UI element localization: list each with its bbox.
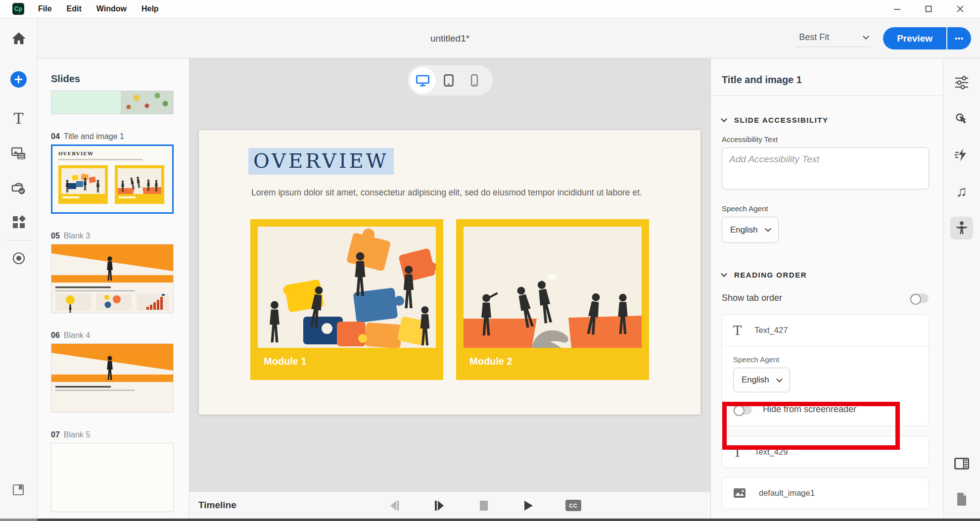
slide-editor-stage[interactable]: OVERVIEW Lorem ipsum dolor sit amet, con… <box>199 130 700 415</box>
show-tab-order-label: Show tab order <box>722 293 782 303</box>
hide-from-screenreader-toggle[interactable] <box>733 405 752 415</box>
notes-page-button[interactable] <box>950 488 973 511</box>
menu-edit[interactable]: Edit <box>67 4 82 13</box>
pointer-interaction-icon <box>954 113 969 128</box>
right-toolbar: ♫ <box>943 58 980 519</box>
text-tool-button[interactable]: T <box>8 107 30 129</box>
slide-item-07: 07 Blank 5 <box>51 430 189 512</box>
item-label: default_image1 <box>759 488 815 498</box>
slide-name: Blank 3 <box>64 232 90 240</box>
mini-module-card <box>115 165 164 204</box>
mini-module-card <box>58 165 108 204</box>
closed-captions-button[interactable]: CC <box>565 500 581 511</box>
slide-item-04: 04 Title and image 1 OVERVIEW <box>51 132 189 214</box>
menu-help[interactable]: Help <box>141 4 159 13</box>
interactive-tool-button[interactable] <box>8 178 30 199</box>
speech-agent-dropdown[interactable]: English <box>722 217 779 243</box>
step-back-button[interactable] <box>387 498 402 513</box>
menu-window[interactable]: Window <box>96 4 127 13</box>
record-button[interactable] <box>8 247 30 269</box>
panel-layout-icon <box>954 458 969 470</box>
accessibility-tab-button[interactable] <box>950 217 973 239</box>
library-icon <box>12 483 26 497</box>
slide-title-textbox[interactable]: OVERVIEW <box>248 148 394 175</box>
slide-thumbnail-07[interactable] <box>51 443 174 512</box>
module2-image[interactable]: Module 2 <box>456 219 649 380</box>
slide-label: 04 Title and image 1 <box>51 132 189 141</box>
library-panel-button[interactable] <box>8 479 30 501</box>
desktop-icon <box>416 75 429 87</box>
mini-slide-title: OVERVIEW <box>58 151 166 156</box>
slide-body-textbox[interactable]: Lorem ipsum dolor sit amet, consectetur … <box>251 188 667 198</box>
menubar: Cp File Edit Window Help <box>0 0 980 18</box>
window-bottom-edge <box>0 519 980 521</box>
add-content-button[interactable] <box>10 71 27 88</box>
show-tab-order-toggle[interactable] <box>910 293 929 303</box>
slide-number: 04 <box>51 132 60 141</box>
slide-label: 07 Blank 5 <box>51 430 189 439</box>
chevron-down-icon <box>776 376 783 382</box>
slide-name: Blank 5 <box>64 430 90 439</box>
slide-thumbnail-06[interactable] <box>51 343 174 413</box>
chevron-down-icon <box>863 33 869 40</box>
timeline-label[interactable]: Timeline <box>198 500 236 511</box>
toolbar-right: Best Fit Preview ••• <box>796 18 971 58</box>
menu-list: File Edit Window Help <box>38 4 159 13</box>
slide-name: Title and image 1 <box>64 132 124 141</box>
reading-order-item-text427[interactable]: T Text_427 Speech Agent English Hide fro… <box>722 314 929 426</box>
mini-text-line <box>58 159 142 160</box>
media-tool-button[interactable] <box>8 143 30 165</box>
show-tab-order-row: Show tab order <box>722 293 929 303</box>
slides-panel: Slides 04 Title and image 1 OVERVIEW <box>38 58 189 519</box>
maximize-icon[interactable] <box>925 5 933 13</box>
home-button[interactable] <box>0 18 38 58</box>
module1-caption: Module 1 <box>264 356 436 367</box>
menu-file[interactable]: File <box>38 4 52 13</box>
animations-tab-button[interactable] <box>950 143 973 166</box>
text-icon: T <box>733 445 742 460</box>
device-tablet-button[interactable] <box>436 74 462 87</box>
app-logo-icon: Cp <box>12 3 24 15</box>
device-desktop-button[interactable] <box>410 67 436 94</box>
thumb-art <box>121 91 173 114</box>
reading-order-section-header[interactable]: READING ORDER <box>722 271 929 279</box>
item-speech-agent-dropdown[interactable]: English <box>733 368 790 392</box>
accessibility-text-input[interactable] <box>722 147 929 189</box>
text-icon: T <box>13 110 23 127</box>
speech-agent-value: English <box>730 225 758 235</box>
speech-agent-label: Speech Agent <box>733 355 918 364</box>
play-button[interactable] <box>521 498 536 513</box>
reading-order-item-default-image1[interactable]: default_image1 <box>722 477 929 509</box>
chevron-down-icon <box>721 116 727 122</box>
timeline-bar: Timeline CC <box>189 491 710 519</box>
widgets-tool-button[interactable] <box>8 211 30 233</box>
preview-button[interactable]: Preview <box>883 27 946 49</box>
slide-thumbnail-05[interactable] <box>51 244 174 313</box>
device-phone-button[interactable] <box>462 74 488 87</box>
text-icon: T <box>733 323 742 338</box>
zoom-fit-dropdown[interactable]: Best Fit <box>796 30 871 47</box>
zoom-fit-label: Best Fit <box>799 32 829 43</box>
stop-button[interactable] <box>476 498 491 513</box>
slide-name: Blank 4 <box>64 331 90 340</box>
slide-label: 05 Blank 3 <box>51 232 189 240</box>
slide-thumbnail-partial[interactable] <box>51 91 174 114</box>
close-icon[interactable] <box>956 5 964 13</box>
interactive-icon <box>11 181 27 196</box>
properties-tab-button[interactable] <box>950 71 973 94</box>
interactions-tab-button[interactable] <box>950 109 973 132</box>
module1-image[interactable]: Module 1 <box>250 219 443 380</box>
hide-from-screenreader-label: Hide from screenreader <box>763 404 856 415</box>
reading-order-item-text429[interactable]: T Text_429 <box>722 436 929 468</box>
slide-thumbnail-04[interactable]: OVERVIEW <box>51 144 174 214</box>
minimize-icon[interactable] <box>893 5 901 13</box>
audio-tab-button[interactable]: ♫ <box>950 180 973 203</box>
accessibility-text-label: Accessibility Text <box>722 135 929 143</box>
slide-accessibility-section-header[interactable]: SLIDE ACCESSIBILITY <box>722 116 929 124</box>
section-title: READING ORDER <box>734 271 807 279</box>
step-forward-button[interactable] <box>432 498 447 513</box>
playback-controls: CC <box>387 492 581 519</box>
panel-layout-button[interactable] <box>950 452 973 475</box>
preview-more-button[interactable]: ••• <box>947 27 971 49</box>
window-controls <box>893 5 964 13</box>
